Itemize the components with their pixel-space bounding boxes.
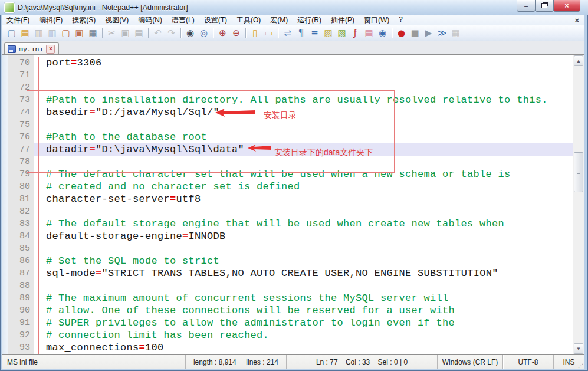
code-line-88[interactable] <box>34 280 573 292</box>
indent-guide-icon[interactable]: ≡ <box>308 27 321 40</box>
tab-close-icon[interactable]: × <box>46 45 55 54</box>
code-line-87[interactable]: sql-mode="STRICT_TRANS_TABLES,NO_AUTO_CR… <box>34 267 573 280</box>
status-insert-mode[interactable]: INS⋰ <box>553 355 584 369</box>
document-map-icon[interactable]: ▧ <box>336 27 348 40</box>
save-recorded-macro-icon[interactable]: ▦ <box>449 27 462 40</box>
word-wrap-icon[interactable]: ⇌ <box>281 27 294 40</box>
close-button[interactable]: × <box>553 0 580 12</box>
code-line-85[interactable] <box>34 242 573 255</box>
menu-item[interactable]: 编辑(E) <box>34 15 67 25</box>
code-line-82[interactable] <box>34 205 573 218</box>
title-bar[interactable]: D:\java\Mysql\Sql\my.ini - Notepad++ [Ad… <box>0 0 588 15</box>
code-line-90[interactable]: # allow. One of these connections will b… <box>34 304 573 317</box>
code-segment: # created and no character set is define… <box>46 181 300 192</box>
vertical-scrollbar[interactable]: ▲ ▼ <box>573 55 584 354</box>
line-number: 79 <box>8 168 34 180</box>
editor-area: 7071727374757677787980818283848586878889… <box>2 54 584 354</box>
code-line-93[interactable]: max_connections=100 <box>34 342 573 354</box>
code-segment: # The maximum amount of concurrent sessi… <box>46 293 449 304</box>
menu-bar: 文件(F)编辑(E)搜索(S)视图(V)编码(N)语言(L)设置(T)工具(O)… <box>2 15 584 26</box>
code-line-79[interactable]: # The default character set that will be… <box>34 168 573 180</box>
code-line-74[interactable]: basedir="D:/java/Mysql/Sql/" <box>34 106 573 119</box>
code-segment: # The default character set that will be… <box>46 169 511 180</box>
code-lines[interactable]: port=3306#Path to installation directory… <box>34 55 573 354</box>
zoom-out-icon[interactable]: ⊖ <box>230 27 242 40</box>
status-doctype: MS ini file <box>2 355 185 369</box>
code-segment: = <box>96 268 102 279</box>
scroll-down-arrow[interactable]: ▼ <box>574 343 583 354</box>
code-segment: # allow. One of these connections will b… <box>46 305 455 316</box>
sync-vertical-scroll-icon[interactable]: ▯ <box>249 27 261 40</box>
redo-icon[interactable]: ↷ <box>165 27 178 40</box>
code-line-86[interactable]: # Set the SQL mode to strict <box>34 255 573 267</box>
code-line-78[interactable] <box>34 156 573 168</box>
play-macro-icon[interactable]: ▶ <box>422 27 435 40</box>
line-number: 84 <box>8 230 34 242</box>
restore-button[interactable] <box>535 0 554 12</box>
code-line-81[interactable]: character-set-server=utf8 <box>34 193 573 205</box>
code-line-92[interactable]: # connection limit has been reached. <box>34 329 573 342</box>
scrollbar-thumb[interactable] <box>574 152 583 192</box>
code-segment: port <box>46 57 71 68</box>
menu-item[interactable]: 运行(R) <box>293 15 326 25</box>
status-encoding[interactable]: UTF-8 <box>502 355 553 369</box>
resize-grip[interactable]: ⋰ <box>578 363 583 369</box>
menu-item[interactable]: 插件(P) <box>326 15 359 25</box>
code-line-77[interactable]: datadir="D:\java\Mysql\Sql\data" <box>34 143 573 156</box>
notepadpp-app-icon <box>4 2 15 13</box>
menu-item[interactable]: 文件(F) <box>2 15 34 25</box>
menu-item[interactable]: 宏(M) <box>265 15 293 25</box>
code-line-72[interactable] <box>34 81 573 94</box>
user-defined-language-icon[interactable]: ▨ <box>322 27 334 40</box>
open-folder-icon[interactable]: ▤ <box>19 27 31 40</box>
save-all-icon[interactable]: ▥ <box>46 27 58 40</box>
cut-icon[interactable]: ✂ <box>106 27 118 40</box>
menu-item[interactable]: 窗口(W) <box>359 15 394 25</box>
close-all-documents-icon[interactable]: ▣ <box>73 27 86 40</box>
stop-macro-icon[interactable]: ■ <box>409 27 421 40</box>
menu-item[interactable]: ? <box>394 15 408 25</box>
paste-icon[interactable]: ▤ <box>133 27 145 40</box>
function-list-icon[interactable]: ƒ <box>349 27 362 40</box>
menu-item[interactable]: 工具(O) <box>232 15 265 25</box>
copy-icon[interactable]: ▣ <box>119 27 132 40</box>
code-line-80[interactable]: # created and no character set is define… <box>34 180 573 193</box>
code-line-73[interactable]: #Path to installation directory. All pat… <box>34 94 573 106</box>
code-segment: #Path to the database root <box>46 132 207 143</box>
code-line-83[interactable]: # The default storage engine that will b… <box>34 218 573 230</box>
status-length-lines: length : 8,914 lines : 214 <box>185 355 286 369</box>
code-line-84[interactable]: default-storage-engine=INNODB <box>34 230 573 242</box>
code-line-76[interactable]: #Path to the database root <box>34 131 573 143</box>
menu-item[interactable]: 视图(V) <box>100 15 133 25</box>
menu-item[interactable]: 搜索(S) <box>67 15 100 25</box>
folder-as-workspace-icon[interactable]: ▤ <box>363 27 375 40</box>
tab-my-ini[interactable]: my.ini × <box>4 42 59 55</box>
save-icon[interactable]: ▥ <box>32 27 45 40</box>
code-line-70[interactable]: port=3306 <box>34 57 573 69</box>
sync-horizontal-scroll-icon[interactable]: ▭ <box>262 27 275 40</box>
find-icon[interactable]: ◉ <box>184 27 196 40</box>
undo-icon[interactable]: ↶ <box>152 27 164 40</box>
code-line-89[interactable]: # The maximum amount of concurrent sessi… <box>34 292 573 304</box>
run-macro-multiple-times-icon[interactable]: ≫ <box>436 27 448 40</box>
zoom-in-icon[interactable]: ⊕ <box>216 27 229 40</box>
menu-item[interactable]: 语言(L) <box>167 15 199 25</box>
scroll-up-arrow[interactable]: ▲ <box>574 55 583 66</box>
code-line-91[interactable]: # SUPER privileges to allow the administ… <box>34 317 573 329</box>
code-line-71[interactable] <box>34 69 573 81</box>
bookmark-margin[interactable] <box>2 55 8 354</box>
menu-close-icon[interactable]: × <box>574 16 579 25</box>
record-macro-icon[interactable]: ● <box>395 27 408 40</box>
minimize-button[interactable]: – <box>517 0 536 12</box>
replace-icon[interactable]: ◎ <box>198 27 210 40</box>
close-document-icon[interactable]: ▢ <box>60 27 72 40</box>
line-number: 82 <box>8 205 34 218</box>
show-all-characters-icon[interactable]: ¶ <box>295 27 307 40</box>
menu-item[interactable]: 设置(T) <box>199 15 232 25</box>
code-line-75[interactable] <box>34 119 573 131</box>
menu-item[interactable]: 编码(N) <box>133 15 167 25</box>
new-file-icon[interactable]: ▢ <box>5 27 18 40</box>
print-icon[interactable]: ▦ <box>87 27 99 40</box>
status-eol-format[interactable]: Windows (CR LF) <box>437 355 502 369</box>
monitoring-eye-icon[interactable]: ◉ <box>376 27 389 40</box>
